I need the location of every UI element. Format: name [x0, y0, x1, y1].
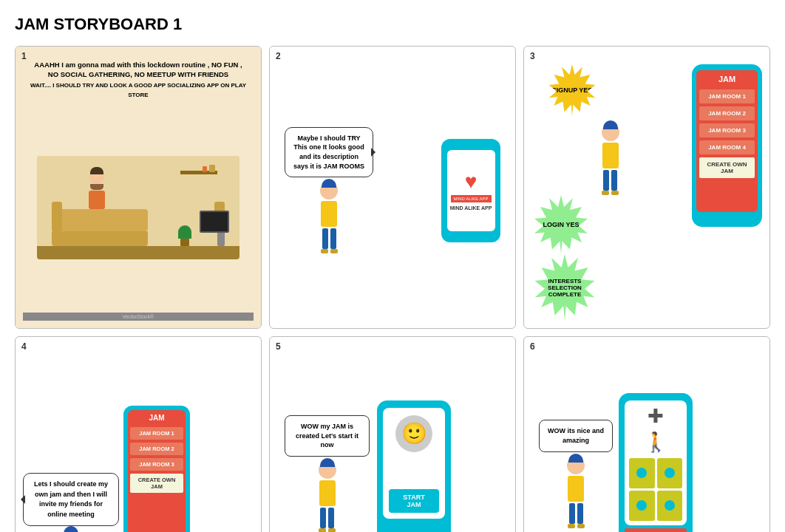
person-hair [64, 526, 78, 532]
shoe-right [328, 528, 336, 532]
panel-number: 2 [276, 51, 281, 61]
app-label: MIND ALIKE APP [450, 205, 492, 211]
panel3-phone: JAM JAM ROOM 1 JAM ROOM 2 JAM ROOM 3 JAM… [692, 64, 762, 227]
person-figure-p4 [62, 529, 80, 532]
person-head [320, 182, 338, 200]
user-icon: 🚶 [644, 431, 667, 454]
person-legs [603, 170, 617, 191]
panel-number: 5 [276, 341, 281, 352]
room-item-3: JAM ROOM 3 [699, 123, 755, 137]
panel-number: 3 [530, 51, 535, 61]
heart-icon: ♥ [465, 170, 478, 194]
person-shoes [568, 524, 585, 528]
start-jam-button[interactable]: START JAM [389, 489, 439, 513]
room-item-4: JAM ROOM 4 [699, 140, 755, 154]
signup-burst: SIGNUP YES [546, 64, 598, 116]
panel5-left: WOW my JAM is created Let's start it now [285, 415, 370, 532]
phone-screen-p4: JAM JAM ROOM 1 JAM ROOM 2 JAM ROOM 3 CRE… [128, 410, 186, 533]
person-head [567, 457, 585, 474]
login-burst: LOGIN YES [531, 195, 591, 254]
person-figure-p6 [567, 457, 585, 528]
panel-1: 1 AAAHH I am gonna mad with this lockdow… [15, 46, 262, 329]
room-item-3: JAM ROOM 3 [130, 458, 183, 471]
person-shoes [319, 528, 336, 532]
person-hair [568, 454, 583, 463]
panel6-phone: ✚ 🚶 END CALL [619, 393, 693, 533]
screen-title: JAM [128, 410, 186, 426]
interests-burst: INTERESTS SELECTION COMPLETE [531, 254, 598, 321]
panel-3: 3 SIGNUP YES [523, 46, 770, 329]
person-legs [320, 508, 334, 528]
panel4-phone: JAM JAM ROOM 1 JAM ROOM 2 JAM ROOM 3 CRE… [123, 406, 190, 533]
person-figure [320, 182, 338, 253]
create-own-jam-button[interactable]: CREATE OWN JAM [130, 474, 183, 493]
room-item-1: JAM ROOM 1 [699, 89, 755, 103]
shoe-left [319, 528, 326, 532]
smiley-face: 🙂 [395, 415, 432, 452]
create-own-jam-button[interactable]: CREATE OWN JAM [699, 157, 755, 178]
panel1-main-text: AAAHH I am gonna mad with this lockdown … [23, 54, 254, 102]
leg-right [611, 170, 617, 191]
person-head [319, 461, 336, 479]
person-body [321, 201, 337, 227]
panel-2: 2 Maybe I should TRY This one It looks g… [269, 46, 516, 329]
video-dot [636, 500, 647, 511]
room-item-2: JAM ROOM 2 [130, 443, 183, 455]
phone-screen-p6: ✚ 🚶 [625, 400, 687, 525]
person-shoes [321, 249, 338, 253]
room-item-2: JAM ROOM 2 [699, 106, 755, 120]
person-body [568, 476, 584, 502]
panel6-speech-bubble: WOW its nice and amazing [539, 420, 613, 451]
leg-left [603, 170, 609, 191]
panel-4: 4 Lets I should create my own jam and th… [15, 336, 262, 532]
app-name-ribbon: MIND ALIKE APP [451, 195, 492, 202]
shoe-left [321, 249, 328, 253]
shoe-right [330, 249, 338, 253]
person-col-p4: Lets I should create my own jam and then… [23, 355, 119, 532]
panel-number: 6 [530, 341, 535, 352]
video-dot [665, 468, 675, 478]
person-hair [322, 179, 336, 188]
person-hair [603, 120, 618, 129]
screen-title: JAM [696, 70, 758, 88]
video-cell-4 [657, 491, 683, 521]
person-body [602, 143, 619, 168]
panel5-phone: 🙂 START JAM [377, 400, 451, 533]
panel3-bursts: SIGNUP YES [531, 64, 689, 310]
panel1-footer: VectorStock® [23, 313, 254, 321]
person-body [319, 480, 336, 506]
video-cell-3 [629, 491, 655, 521]
person-figure-p3 [531, 123, 689, 195]
person-head [62, 529, 80, 532]
leg-left [569, 503, 575, 524]
storyboard-grid: 1 AAAHH I am gonna mad with this lockdow… [15, 46, 770, 532]
panel-5: 5 WOW my JAM is created Let's start it n… [269, 336, 516, 532]
video-dot [636, 468, 647, 478]
leg-right [328, 508, 334, 528]
person-avatar-icon: ✚ [648, 405, 664, 428]
person-legs [322, 228, 336, 249]
person-hair [320, 458, 335, 467]
phone-screen-p3: JAM JAM ROOM 1 JAM ROOM 2 JAM ROOM 3 JAM… [696, 70, 758, 212]
video-dot [665, 500, 675, 511]
video-cell-1 [629, 458, 655, 488]
phone-mockup: ♥ MIND ALIKE APP MIND ALIKE APP [441, 139, 500, 242]
panel5-speech-bubble: WOW my JAM is created Let's start it now [285, 415, 370, 457]
end-call-button[interactable]: END CALL [625, 528, 687, 532]
panel-6: 6 WOW its nice and amazing [523, 336, 770, 532]
video-grid [629, 458, 682, 521]
phone-home-dot [411, 522, 417, 528]
panel1-scene [23, 102, 254, 313]
page-title: JAM STORYBOARD 1 [15, 15, 770, 34]
phone-screen-p5: 🙂 START JAM [383, 408, 445, 519]
room-item-1: JAM ROOM 1 [130, 427, 183, 440]
phone-screen: ♥ MIND ALIKE APP MIND ALIKE APP [447, 150, 495, 231]
shoe-left [568, 524, 575, 528]
leg-right [577, 503, 583, 524]
person-leg-right [330, 228, 336, 249]
phone-home-dot [724, 215, 730, 221]
shoe-right [577, 524, 585, 528]
phone-home-button [468, 232, 474, 238]
panel2-content: Maybe I should TRY This one It looks goo… [277, 54, 508, 321]
panel4-speech-bubble: Lets I should create my own jam and then… [23, 473, 119, 526]
